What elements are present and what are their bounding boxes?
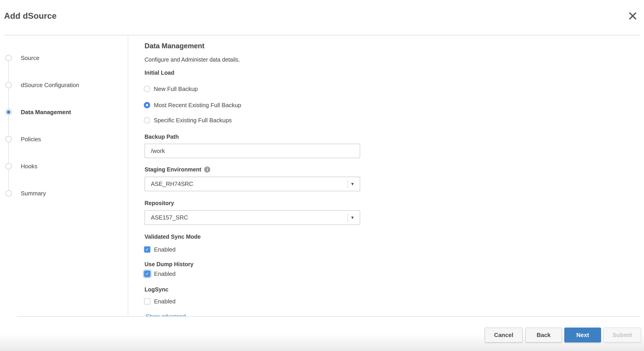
cancel-button[interactable]: Cancel [484,328,523,343]
staging-environment-value: ASE_RH74SRC [151,177,193,191]
radio-specific-existing-full-backups[interactable]: Specific Existing Full Backups [144,117,232,123]
next-button[interactable]: Next [564,328,601,343]
sidebar-item-label: Source [21,55,39,62]
show-advanced-clip: Show advanced [146,313,186,317]
add-dsource-modal: Add dSource ✕ Source dSource Configurati… [0,0,644,351]
radio-icon [144,86,150,92]
close-icon[interactable]: ✕ [624,7,642,25]
show-advanced-link[interactable]: Show advanced [146,313,186,317]
step-circle-active-icon [6,109,12,115]
checkbox-unchecked-icon: ✓ [144,298,150,305]
chevron-down-icon[interactable]: ▼ [348,177,356,191]
use-dump-history-label: Use Dump History [144,261,194,268]
checkbox-label: Enabled [154,298,176,305]
checkbox-label: Enabled [154,246,176,253]
logsync-checkbox[interactable]: ✓ Enabled [144,298,176,305]
backup-path-label: Backup Path [144,134,178,140]
staging-environment-select[interactable]: ASE_RH74SRC ▼ [144,177,360,191]
step-circle-icon [6,82,12,88]
sidebar-item-label: Policies [21,136,41,143]
back-button[interactable]: Back [525,328,562,343]
repository-label: Repository [144,200,174,206]
sidebar-item-label: Summary [21,190,46,197]
logsync-label: LogSync [144,286,168,293]
step-circle-icon [6,190,12,196]
staging-environment-label: Staging Environment i [144,166,210,173]
radio-most-recent-existing-full-backup[interactable]: Most Recent Existing Full Backup [144,102,241,108]
sidebar-divider [128,35,128,317]
check-icon: ✓ [146,272,149,276]
select-divider [348,213,348,222]
step-circle-icon [6,136,12,142]
repository-value: ASE157_SRC [151,211,188,224]
sidebar-item-policies[interactable]: Policies [6,136,123,143]
sidebar-item-hooks[interactable]: Hooks [6,163,123,170]
check-icon: ✓ [146,247,149,252]
chevron-down-icon[interactable]: ▼ [348,211,356,224]
initial-load-label: Initial Load [144,69,174,76]
radio-selected-icon [144,102,150,108]
repository-select[interactable]: ASE157_SRC ▼ [144,210,360,225]
validated-sync-mode-label: Validated Sync Mode [144,234,201,240]
sidebar-item-source[interactable]: Source [6,55,123,61]
radio-label: Most Recent Existing Full Backup [154,102,241,109]
sidebar-item-label: dSource Configuration [21,82,79,89]
radio-label: Specific Existing Full Backups [154,117,232,124]
use-dump-history-checkbox[interactable]: ✓ Enabled [144,271,176,277]
step-circle-icon [6,55,12,61]
footer-divider [18,316,640,317]
wizard-step-connector-line [8,58,9,193]
validated-sync-mode-checkbox[interactable]: ✓ Enabled [144,246,176,253]
select-divider [348,180,348,188]
staging-environment-label-text: Staging Environment [144,166,201,173]
submit-button: Submit [603,328,641,343]
page-subtitle: Configure and Administer data details. [144,56,240,63]
modal-title: Add dSource [4,11,56,21]
page-title: Data Management [144,42,204,50]
sidebar-item-dsource-configuration[interactable]: dSource Configuration [6,82,123,88]
checkbox-checked-icon: ✓ [144,246,150,253]
step-circle-icon [6,163,12,169]
radio-new-full-backup[interactable]: New Full Backup [144,86,198,92]
radio-icon [144,117,150,123]
sidebar-item-label: Hooks [21,163,38,170]
sidebar-item-label: Data Management [21,109,71,116]
sidebar-item-summary[interactable]: Summary [6,190,123,197]
checkbox-checked-focused-icon: ✓ [144,271,150,277]
radio-label: New Full Backup [154,85,198,92]
checkbox-label: Enabled [154,271,176,278]
info-icon[interactable]: i [204,166,210,173]
header-divider [4,35,640,35]
sidebar-item-data-management[interactable]: Data Management [6,109,123,115]
backup-path-input[interactable] [144,144,360,158]
